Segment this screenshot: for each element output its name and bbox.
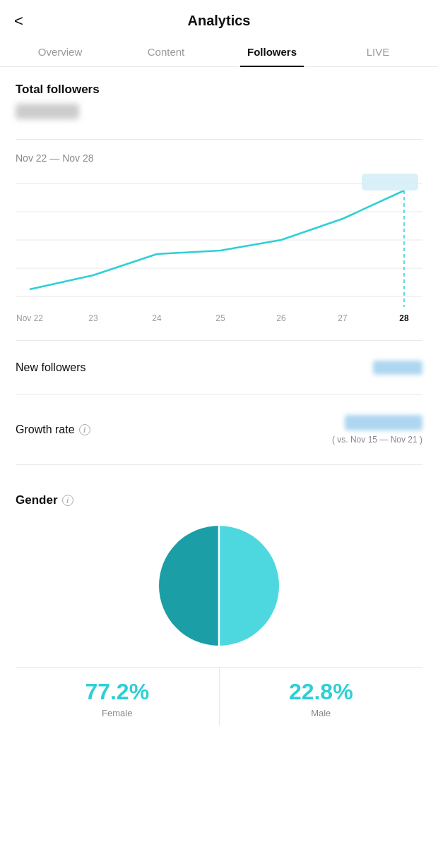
divider-4 — [16, 464, 422, 465]
tab-content[interactable]: Content — [113, 37, 219, 66]
gender-pie-chart — [152, 519, 286, 653]
gender-section: Gender i 77.2% Female 22.8% Male — [0, 478, 438, 733]
tab-overview[interactable]: Overview — [7, 37, 113, 66]
male-stat: 22.8% Male — [220, 668, 423, 725]
svg-text:Nov 22: Nov 22 — [16, 313, 43, 323]
new-followers-value — [373, 361, 422, 375]
new-followers-row: New followers — [0, 354, 438, 382]
svg-text:25: 25 — [215, 313, 225, 323]
male-percentage: 22.8% — [227, 679, 416, 705]
svg-text:27: 27 — [338, 313, 348, 323]
total-followers-section: Total followers — [0, 67, 438, 126]
svg-text:26: 26 — [276, 313, 286, 323]
growth-rate-label: Growth rate i — [16, 423, 90, 436]
male-slice — [159, 526, 219, 646]
growth-rate-right: ( vs. Nov 15 — Nov 21 ) — [332, 415, 422, 445]
total-followers-title: Total followers — [16, 83, 422, 97]
new-followers-label: New followers — [16, 361, 86, 374]
gender-stats: 77.2% Female 22.8% Male — [16, 667, 422, 725]
growth-rate-info-icon[interactable]: i — [79, 424, 90, 435]
growth-rate-vs-text: ( vs. Nov 15 — Nov 21 ) — [332, 435, 422, 445]
divider-1 — [16, 139, 422, 140]
nav-tabs: Overview Content Followers LIVE — [0, 37, 438, 67]
tab-live[interactable]: LIVE — [325, 37, 431, 66]
followers-chart: Nov 22 23 24 25 26 27 28 — [0, 169, 438, 327]
svg-text:23: 23 — [88, 313, 98, 323]
page-title: Analytics — [188, 13, 251, 29]
gender-pie-container — [16, 519, 422, 653]
header: < Analytics — [0, 0, 438, 37]
chart-svg: Nov 22 23 24 25 26 27 28 — [16, 169, 422, 325]
female-label: Female — [23, 708, 212, 718]
male-label: Male — [227, 708, 416, 718]
growth-rate-row: Growth rate i ( vs. Nov 15 — Nov 21 ) — [0, 408, 438, 452]
svg-text:24: 24 — [152, 313, 162, 323]
total-followers-value — [16, 104, 79, 119]
svg-text:28: 28 — [399, 313, 409, 323]
back-button[interactable]: < — [14, 12, 23, 30]
female-stat: 77.2% Female — [16, 668, 220, 725]
growth-rate-value — [345, 415, 422, 430]
gender-title: Gender i — [16, 493, 422, 507]
female-percentage: 77.2% — [23, 679, 212, 705]
female-slice — [219, 526, 279, 646]
svg-rect-6 — [362, 174, 418, 191]
divider-2 — [16, 340, 422, 341]
gender-info-icon[interactable]: i — [62, 495, 73, 506]
date-range-container: Nov 22 — Nov 28 — [0, 152, 438, 164]
divider-3 — [16, 394, 422, 395]
tab-followers[interactable]: Followers — [219, 37, 325, 66]
date-range: Nov 22 — Nov 28 — [16, 152, 422, 164]
